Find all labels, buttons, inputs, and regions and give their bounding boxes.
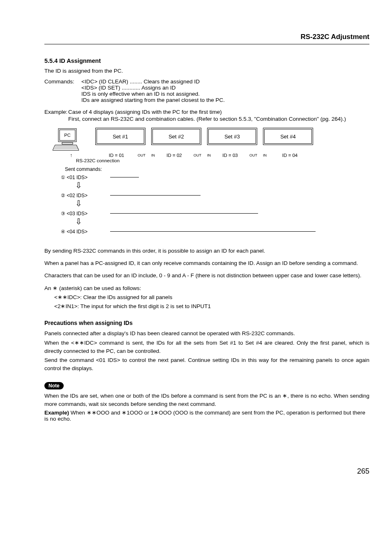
id-value: ID = 03: [222, 153, 238, 158]
precautions-heading: Precautions when assigning IDs: [44, 320, 369, 326]
set-label: Set #3: [224, 134, 240, 140]
set-box-3: Set #3: [207, 128, 257, 145]
id-value: ID = 02: [166, 153, 182, 158]
step-3: ③ <03 IDS>: [53, 211, 110, 216]
set-box-4: Set #4: [263, 128, 313, 145]
pc-label: PC: [64, 133, 70, 138]
body-p3: Characters that can be used for an ID in…: [44, 272, 369, 280]
body-p1: By sending RS-232C commands in this orde…: [44, 247, 369, 255]
intro-text: The ID is assigned from the PC.: [44, 67, 369, 75]
note-p1: When the IDs are set, when one or both o…: [44, 392, 369, 409]
step-4: ④ <04 IDS>: [53, 229, 110, 235]
id-value: ID = 04: [282, 153, 297, 158]
arrow-down-icon: ⇩: [75, 216, 361, 226]
cmd-line-3: IDS is only effective when an ID is not …: [44, 91, 369, 97]
commands-label: Commands:: [44, 78, 81, 85]
rs232-label: RS-232C connection: [65, 158, 131, 163]
connection-diagram: PC Set #1 Set #2 Set #3 Set #4 ↑ ID = 01…: [53, 128, 361, 235]
signal-line: [110, 213, 258, 214]
signal-line: [110, 231, 316, 232]
arrow-up-icon: ↑: [70, 152, 72, 158]
page-number: 265: [44, 467, 369, 476]
cmd-line-1: <IDC> (ID CLEAR) ........ Clears the ass…: [81, 78, 200, 85]
example-label: Example:: [44, 109, 68, 115]
set-label: Set #2: [168, 134, 184, 140]
example-line-2: First, connect an RS-232C and combinatio…: [44, 115, 369, 124]
cmd-line-4: IDs are assigned starting from the panel…: [44, 97, 369, 103]
body-p4b: <2∗IN1>: The input for which the first d…: [44, 302, 369, 311]
sent-commands-label: Sent commands:: [65, 166, 361, 172]
step-1: ① <01 IDS>: [53, 175, 110, 180]
arrow-down-icon: ⇩: [75, 198, 361, 208]
body-p4: An ∗ (asterisk) can be used as follows:: [44, 284, 369, 292]
precautions-p2: When the <∗∗IDC> command is sent, the ID…: [44, 339, 369, 356]
example-line-1: Case of 4 displays (assigning IDs with t…: [68, 109, 369, 115]
id-value: ID = 01: [109, 153, 124, 158]
precautions-p3: Send the command <01 IDS> to control the…: [44, 356, 369, 373]
example-label: Example): [44, 410, 69, 416]
set-box-2: Set #2: [151, 128, 201, 145]
cmd-line-2: <IDS> (ID SET) ............ Assigns an I…: [44, 85, 369, 91]
commands-block: Commands: <IDC> (ID CLEAR) ........ Clea…: [44, 78, 369, 103]
signal-line: [110, 177, 139, 177]
set-box-1: Set #1: [95, 128, 145, 145]
page-header: RS-232C Adjustment: [44, 33, 369, 44]
note-example: Example) When ∗∗OOO and ∗1OOO or 1∗OOO (…: [44, 409, 369, 422]
body-p2: When a panel has a PC-assigned ID, it ca…: [44, 259, 369, 267]
precautions-p1: Panels connected after a display's ID ha…: [44, 329, 369, 338]
pc-icon: PC: [53, 128, 90, 151]
set-label: Set #4: [280, 134, 296, 140]
note-badge: Note: [44, 382, 64, 389]
step-2: ② <02 IDS>: [53, 193, 110, 198]
signal-line: [110, 195, 201, 196]
svg-rect-2: [62, 143, 73, 144]
example-block: Example: Case of 4 displays (assigning I…: [44, 109, 369, 124]
body-p4a: <∗∗IDC>: Clear the IDs assigned for all …: [44, 293, 369, 302]
set-label: Set #1: [113, 134, 128, 140]
example-body-inline: When ∗∗OOO and ∗1OOO or 1∗OOO (OOO is th…: [44, 410, 365, 422]
arrow-down-icon: ⇩: [75, 180, 361, 190]
section-heading: 5.5.4 ID Assignment: [44, 58, 369, 64]
page-container: RS-232C Adjustment 5.5.4 ID Assignment T…: [0, 0, 392, 492]
